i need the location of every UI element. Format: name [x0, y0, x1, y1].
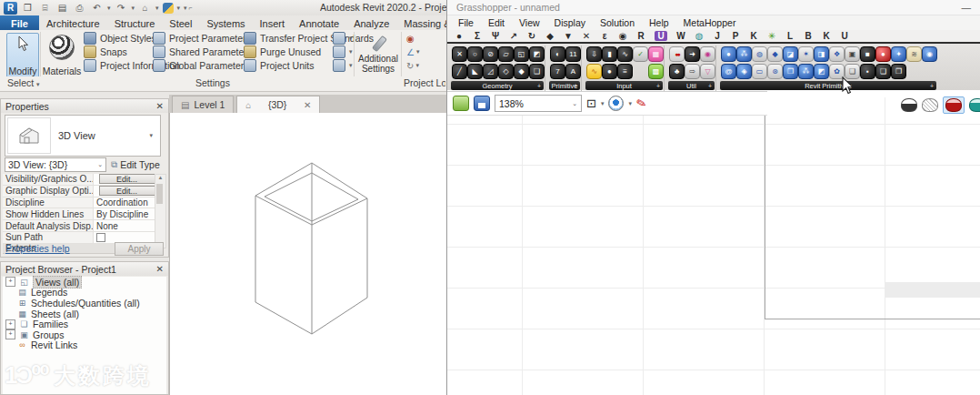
geometry-curve-icon[interactable]: ◣: [467, 64, 483, 79]
revit-cube1-icon[interactable]: ◪: [783, 46, 798, 62]
tree-icon[interactable]: ♣: [669, 64, 685, 79]
scribble-icon[interactable]: ∿: [586, 64, 602, 79]
tab-maths[interactable]: Σ: [473, 31, 482, 41]
view-tab-3d[interactable]: ⌂ {3D} ✕: [236, 96, 320, 113]
project-location-caption[interactable]: Project Location: [404, 77, 445, 88]
primitive-boolean-icon[interactable]: ◐: [550, 46, 565, 62]
tab-architecture[interactable]: Architecture: [39, 15, 107, 30]
tab-intersect[interactable]: ✕: [582, 31, 591, 41]
apply-button[interactable]: Apply: [115, 242, 164, 256]
revit-graycube2-icon[interactable]: ❏: [845, 64, 860, 79]
settings-caption[interactable]: Settings: [195, 77, 230, 88]
sketch-pen-icon[interactable]: ✎: [635, 96, 647, 111]
image-sampler-icon[interactable]: ▦: [648, 46, 664, 62]
grasshopper-canvas[interactable]: [447, 97, 980, 395]
revit-sphere-icon[interactable]: ●: [721, 46, 736, 62]
project-parameters-button[interactable]: Project Parameters: [153, 33, 252, 44]
preview-eye-icon[interactable]: [608, 96, 624, 111]
zoom-extents-icon[interactable]: ⊡: [586, 96, 596, 110]
revit-cube2-icon[interactable]: ◨: [814, 46, 829, 62]
project-browser-header[interactable]: Project Browser - Project1 ✕: [1, 262, 168, 276]
properties-header[interactable]: Properties ✕: [1, 99, 168, 113]
revit-3d-viewport[interactable]: [169, 113, 447, 395]
undo-icon[interactable]: ↶: [90, 2, 104, 15]
redo-icon[interactable]: ↷: [115, 2, 128, 15]
tree-item-groups[interactable]: + ▣ Groups: [3, 329, 166, 340]
geometry-plane-icon[interactable]: ⊘: [483, 46, 498, 62]
revit-starsphere-icon[interactable]: ✦: [891, 46, 906, 62]
tree-item-sheets[interactable]: ▦ Sheets (all): [3, 309, 166, 319]
tab-vector[interactable]: ↗: [509, 31, 518, 41]
tab-turtle-icon[interactable]: ◍: [695, 31, 704, 41]
shaded-can-icon[interactable]: [901, 98, 917, 112]
python-icon[interactable]: [163, 3, 174, 14]
tab-surface[interactable]: ◆: [545, 31, 555, 41]
scrollbar-thumb[interactable]: [156, 184, 163, 204]
tab-file[interactable]: File: [0, 15, 39, 30]
redo-caret-icon[interactable]: ▾: [132, 5, 135, 12]
expand-icon[interactable]: +: [5, 329, 15, 339]
geometry-brep-icon[interactable]: ◩: [529, 46, 545, 62]
shared-parameters-button[interactable]: Shared Parameters: [153, 46, 252, 57]
revit-flower-icon[interactable]: ✿: [829, 64, 845, 79]
property-row[interactable]: Graphic Display Opti... Edit...: [3, 186, 157, 198]
tab-grasshopper-icon[interactable]: ✳: [767, 31, 776, 41]
revit-param2-icon[interactable]: ◆: [767, 46, 783, 62]
property-row[interactable]: Visibility/Graphics O... Edit...: [3, 174, 157, 186]
revit-cube3-icon[interactable]: ❐: [783, 64, 798, 79]
slider-icon[interactable]: ⇩: [586, 46, 602, 62]
revit-logo[interactable]: R: [4, 2, 17, 15]
primitive-integer-icon[interactable]: 11: [565, 46, 581, 62]
mep-settings-button[interactable]: ▾: [333, 46, 353, 57]
edit-type-button[interactable]: ⧉ Edit Type: [111, 159, 160, 170]
menu-display[interactable]: Display: [555, 17, 585, 28]
selected-display-mode[interactable]: [943, 96, 965, 114]
flask-icon[interactable]: ▽: [700, 64, 715, 79]
tree-item-schedules[interactable]: ⊞ Schedules/Quantities (all): [3, 298, 166, 309]
revit-snow-icon[interactable]: ✶: [798, 46, 814, 62]
cherry-picker-icon[interactable]: ●●: [669, 46, 685, 62]
wireframe-can-icon[interactable]: [922, 98, 938, 112]
tab-r[interactable]: R: [636, 31, 645, 41]
property-row[interactable]: Discipline Coordination: [3, 198, 157, 209]
primitive-number-icon[interactable]: 7: [550, 64, 565, 79]
menu-file[interactable]: File: [458, 17, 474, 28]
revit-cluster-icon[interactable]: ⁂: [736, 46, 752, 62]
tab-transform[interactable]: ε: [600, 31, 609, 41]
group-label-input[interactable]: Input+: [585, 81, 663, 90]
panel-schedule-button[interactable]: ▾: [333, 60, 353, 71]
save-icon[interactable]: ▤: [55, 2, 69, 15]
close-view-tab-icon[interactable]: ✕: [304, 100, 311, 110]
tab-systems[interactable]: Systems: [199, 15, 252, 30]
view-3d-caret-icon[interactable]: ▾: [155, 5, 159, 12]
window-icon[interactable]: ❒: [21, 2, 35, 15]
revit-cubes-icon[interactable]: ⁂: [798, 64, 814, 79]
python-caret-icon[interactable]: ▾: [177, 5, 181, 12]
structural-settings-button[interactable]: ▾: [333, 33, 353, 44]
revit-darkcube4-icon[interactable]: ❐: [891, 64, 906, 79]
edit-button[interactable]: Edit...: [99, 174, 155, 184]
revit-cream-icon[interactable]: ≋: [906, 46, 922, 62]
teal-can-icon[interactable]: [969, 98, 980, 112]
select-caption[interactable]: Select ▾: [7, 77, 40, 88]
customize-qat-icon[interactable]: ▾ ⌐: [184, 5, 193, 12]
relay-icon[interactable]: ⇨: [685, 64, 700, 79]
position-button[interactable]: ↻▾: [406, 60, 418, 71]
properties-help-link[interactable]: Properties help: [5, 243, 70, 254]
save-icon[interactable]: [474, 96, 490, 111]
tab-p[interactable]: P: [731, 31, 740, 41]
value-list-icon[interactable]: ≡: [617, 64, 633, 79]
minimize-icon[interactable]: —: [962, 2, 972, 13]
geometry-box-icon[interactable]: ◱: [514, 46, 529, 62]
revit-redsphere-icon[interactable]: ●: [875, 46, 891, 62]
revit-param4-icon[interactable]: ⊛: [767, 64, 783, 79]
revit-graybox-icon[interactable]: ▣: [845, 46, 860, 62]
tab-steel[interactable]: Steel: [162, 15, 199, 30]
tab-l[interactable]: L: [785, 31, 795, 41]
tab-curve[interactable]: ↻: [527, 31, 536, 41]
revit-cube4-icon[interactable]: ◩: [814, 64, 829, 79]
menu-view[interactable]: View: [519, 17, 540, 28]
open-icon[interactable]: ⌸: [38, 2, 52, 15]
preview-caret-icon[interactable]: ▾: [628, 100, 632, 107]
tab-k[interactable]: K: [749, 31, 758, 41]
